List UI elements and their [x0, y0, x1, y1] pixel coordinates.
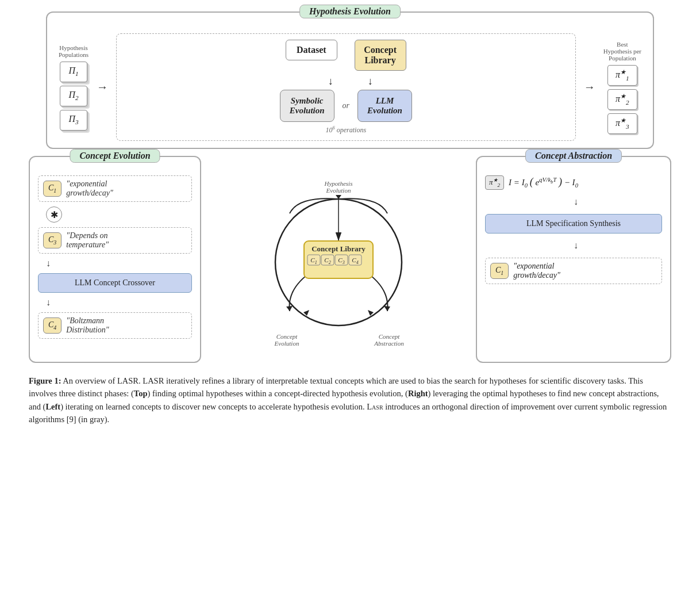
top-inner: HypothesisPopulations Π1 Π2 Π3 → — [59, 33, 641, 141]
c3-row: C3 "Depends ontemperature" — [38, 227, 192, 254]
concept-library-line1: Concept — [363, 45, 398, 55]
caption-text-2: ) finding optimal hypotheses within a co… — [147, 389, 407, 398]
caption-text-4: ) iterating on learned concepts to disco… — [29, 402, 667, 424]
arrow-eq-to-llm: ↓ — [574, 197, 578, 207]
svg-text:Evolution: Evolution — [326, 187, 351, 194]
equation-text: I = I0 ( eqV/kbT ) − I0 — [509, 176, 578, 189]
llm-evo-line1: LLM — [376, 96, 394, 105]
ops-label: 106 operations — [326, 125, 367, 135]
arrow-to-crossover: ↓ — [46, 258, 51, 269]
best-2: π★2 — [607, 89, 637, 110]
hypothesis-evolution-title: Hypothesis Evolution — [299, 5, 401, 18]
svg-marker-11 — [286, 306, 293, 311]
best-label: BestHypothesis perPopulation — [603, 41, 641, 62]
best-3: π★3 — [607, 113, 637, 134]
best-col: BestHypothesis perPopulation π★1 π★2 π★3 — [603, 41, 641, 134]
arrow-from-crossover: ↓ — [46, 297, 51, 308]
arrow-dataset-down: ↓ — [328, 75, 333, 87]
c1-text: "exponentialgrowth/decay" — [66, 179, 113, 198]
star-operator: ✱ — [46, 206, 62, 223]
svg-marker-12 — [384, 306, 390, 311]
svg-text:Concept Library: Concept Library — [311, 244, 366, 253]
sym-llm-row: Symbolic Evolution or LLM Evolution — [280, 90, 412, 122]
evolution-dashed-box: Dataset Concept Library ↓ ↓ Symbol — [116, 33, 576, 141]
pop1-math: Π1 — [68, 66, 78, 77]
sym-evo-line2: Evolution — [290, 106, 325, 115]
caption-top-bold: Top — [134, 389, 148, 398]
concept-abstraction-title: Concept Abstraction — [525, 149, 622, 163]
cycle-svg: Hypothesis Evolution Concept Evolution C… — [252, 156, 425, 363]
result-row: C1 "exponentialgrowth/decay" — [485, 258, 662, 284]
c4-row: C4 "BoltzmannDistribution" — [38, 312, 192, 339]
llm-crossover-box: LLM Concept Crossover — [38, 273, 192, 293]
population-1: Π1 — [60, 62, 87, 82]
llm-evolution-box: LLM Evolution — [357, 90, 412, 122]
llm-spec-box: LLM Specification Synthesis — [485, 214, 662, 234]
c1-row: C1 "exponentialgrowth/decay" — [38, 175, 192, 202]
svg-text:Concept: Concept — [379, 333, 401, 340]
hypothesis-evolution-section: Hypothesis Evolution HypothesisPopulatio… — [46, 12, 654, 149]
c3-text: "Depends ontemperature" — [66, 231, 109, 250]
concept-evolution-section: Concept Evolution C1 "exponentialgrowth/… — [29, 156, 201, 363]
or-label: or — [343, 101, 349, 110]
dataset-concept-row: Dataset Concept Library — [286, 40, 406, 71]
best-stack: π★1 π★2 π★3 — [607, 65, 637, 134]
arrow-populations-to-evolution: → — [97, 81, 108, 94]
pop-stack: Π1 Π2 Π3 — [60, 62, 87, 131]
result-c1-text: "exponentialgrowth/decay" — [513, 262, 560, 280]
arrow-llm-to-result: ↓ — [574, 240, 578, 251]
best3-math: π★3 — [616, 117, 629, 130]
equation-row: π★2 I = I0 ( eqV/kbT ) − I0 — [485, 175, 578, 190]
c1-badge: C1 — [43, 181, 61, 197]
ce-inner: C1 "exponentialgrowth/decay" ✱ C3 "Depen… — [38, 175, 192, 339]
svg-text:Abstraction: Abstraction — [374, 340, 404, 347]
figure-container: Hypothesis Evolution HypothesisPopulatio… — [23, 12, 677, 426]
pop3-math: Π3 — [68, 114, 78, 125]
figure-caption: Figure 1: An overview of LASR. LASR iter… — [29, 374, 671, 426]
result-c1-badge: C1 — [490, 263, 509, 279]
svg-text:Hypothesis: Hypothesis — [324, 180, 353, 187]
ca-inner: π★2 I = I0 ( eqV/kbT ) − I0 ↓ LLM Specif… — [485, 175, 662, 284]
pi2-badge: π★2 — [485, 175, 504, 190]
concept-abstraction-section: Concept Abstraction π★2 I = I0 ( eqV/kbT… — [476, 156, 671, 363]
c4-text: "BoltzmannDistribution" — [66, 316, 109, 335]
populations-col: HypothesisPopulations Π1 Π2 Π3 — [59, 44, 89, 131]
population-2: Π2 — [60, 86, 87, 106]
center-diagram: Hypothesis Evolution Concept Evolution C… — [209, 156, 468, 363]
c4-badge: C4 — [43, 317, 61, 334]
population-3: Π3 — [60, 110, 87, 131]
svg-text:Evolution: Evolution — [274, 340, 299, 347]
svg-text:Concept: Concept — [276, 333, 298, 340]
dataset-box: Dataset — [286, 40, 337, 60]
arrow-concept-down: ↓ — [368, 75, 373, 87]
concept-library-top-box: Concept Library — [355, 40, 406, 71]
caption-right-bold: Right — [408, 389, 428, 398]
sym-evo-line1: Symbolic — [291, 96, 324, 105]
caption-left-bold: Left — [45, 402, 60, 411]
llm-evo-line2: Evolution — [367, 106, 402, 115]
c3-badge: C3 — [43, 232, 61, 248]
caption-figure-label: Figure 1: — [29, 376, 61, 385]
concept-evolution-title: Concept Evolution — [70, 149, 160, 163]
arrow-evolution-to-best: → — [584, 81, 595, 94]
best1-math: π★1 — [616, 68, 629, 82]
best-1: π★1 — [607, 65, 637, 86]
symbolic-evolution-box: Symbolic Evolution — [280, 90, 334, 122]
best2-math: π★2 — [616, 93, 629, 106]
pop2-math: Π2 — [68, 90, 78, 101]
bottom-row: Concept Evolution C1 "exponentialgrowth/… — [29, 156, 671, 363]
populations-label: HypothesisPopulations — [59, 44, 89, 58]
concept-library-line2: Library — [363, 55, 398, 66]
